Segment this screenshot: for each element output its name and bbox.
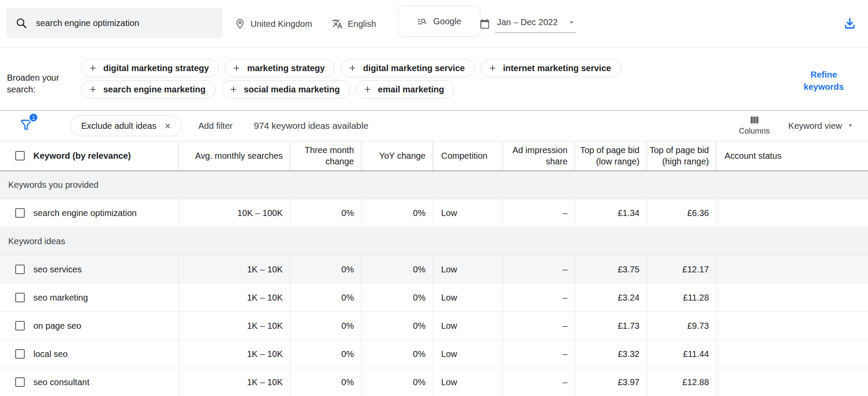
- table-section-row: Keywords you provided: [0, 171, 868, 199]
- columns-button[interactable]: Columns: [736, 114, 773, 136]
- header-keyword-label: Keyword (by relevance): [33, 150, 131, 161]
- yoy-change-cell: 0%: [361, 284, 433, 312]
- ad-impression-share-cell: –: [503, 255, 575, 284]
- language-label: English: [348, 19, 376, 29]
- top-bid-high-cell: £9.73: [647, 312, 716, 340]
- row-checkbox[interactable]: [15, 208, 25, 218]
- table-row: search engine optimization 10K – 100K 0%…: [0, 199, 868, 227]
- account-status-cell: [716, 312, 868, 340]
- exclude-adult-ideas-chip[interactable]: Exclude adult ideas: [70, 115, 182, 136]
- table-section-row: Keyword ideas: [0, 227, 868, 255]
- top-bid-high-cell: £11.28: [647, 284, 716, 312]
- keyword-cell: on page seo: [0, 312, 178, 340]
- filter-count-badge: 1: [29, 113, 38, 122]
- avg-monthly-searches-cell: 1K – 10K: [178, 368, 290, 396]
- top-bid-low-cell: £1.73: [575, 312, 647, 340]
- columns-icon: [749, 114, 760, 126]
- ad-impression-share-cell: –: [503, 284, 575, 312]
- keyword-text: seo marketing: [33, 293, 88, 303]
- keyword-cell: seo consultant: [0, 368, 178, 396]
- top-bid-high-cell: £12.17: [647, 255, 716, 284]
- table-row: on page seo 1K – 10K 0% 0% Low – £1.73 £…: [0, 312, 868, 340]
- yoy-change-cell: 0%: [361, 312, 433, 340]
- avg-monthly-searches-cell: 1K – 10K: [178, 255, 290, 284]
- download-icon: [843, 16, 857, 30]
- avg-monthly-searches-cell: 10K – 100K: [178, 199, 290, 227]
- three-month-change-cell: 0%: [290, 312, 361, 340]
- three-month-change-cell: 0%: [290, 199, 361, 227]
- top-bid-high-cell: £12.88: [647, 368, 716, 396]
- section-label: Keywords you provided: [8, 180, 99, 190]
- top-bid-low-cell: £3.24: [575, 284, 647, 312]
- header-avg-monthly-searches[interactable]: Avg. monthly searches: [178, 141, 290, 171]
- plus-icon: [348, 63, 357, 73]
- filter-button[interactable]: 1: [19, 118, 34, 135]
- header-yoy-change[interactable]: YoY change: [361, 141, 433, 171]
- suggestion-chip[interactable]: digital marketing service: [341, 59, 475, 77]
- table-row: seo services 1K – 10K 0% 0% Low – £3.75 …: [0, 255, 868, 284]
- header-three-month-change[interactable]: Three month change: [290, 141, 361, 171]
- select-all-checkbox[interactable]: [15, 151, 25, 160]
- location-selector[interactable]: United Kingdom: [234, 0, 312, 48]
- suggestion-chip-label: social media marketing: [244, 85, 340, 95]
- plus-icon: [488, 63, 497, 73]
- header-top-bid-high[interactable]: Top of page bid (high range): [647, 141, 716, 171]
- avg-monthly-searches-cell: 1K – 10K: [178, 284, 290, 312]
- row-checkbox[interactable]: [15, 377, 25, 387]
- columns-label: Columns: [739, 127, 769, 136]
- search-input[interactable]: [36, 18, 214, 28]
- keyword-text: seo consultant: [33, 377, 89, 387]
- row-checkbox[interactable]: [15, 321, 25, 331]
- network-selector[interactable]: Google: [398, 6, 480, 37]
- top-bid-low-cell: £1.34: [575, 199, 647, 227]
- account-status-cell: [716, 284, 868, 312]
- language-selector[interactable]: English: [332, 0, 376, 48]
- suggestion-chip[interactable]: email marketing: [356, 80, 454, 98]
- three-month-change-cell: 0%: [290, 255, 361, 284]
- filter-toolbar: 1 Exclude adult ideas Add filter 974 key…: [0, 111, 868, 141]
- exclude-chip-label: Exclude adult ideas: [81, 121, 156, 131]
- suggestion-chip-label: internet marketing service: [503, 63, 611, 73]
- row-checkbox[interactable]: [15, 265, 25, 274]
- download-button[interactable]: [843, 16, 857, 30]
- broaden-search-section: Broaden your search: digital marketing s…: [0, 48, 868, 111]
- suggestion-chip-label: search engine marketing: [103, 85, 206, 95]
- search-network-icon: [417, 16, 427, 26]
- keyword-text: on page seo: [33, 321, 81, 331]
- competition-cell: Low: [433, 199, 503, 227]
- keyword-table: Keyword (by relevance) Avg. monthly sear…: [0, 141, 868, 396]
- date-range-selector[interactable]: Jan – Dec 2022: [480, 0, 576, 48]
- date-range-field[interactable]: Jan – Dec 2022: [495, 15, 576, 33]
- plus-icon: [88, 63, 98, 73]
- header-ad-impression-share[interactable]: Ad impression share: [503, 141, 575, 171]
- view-selector[interactable]: Keyword view: [789, 111, 853, 141]
- suggestion-chip-label: digital marketing service: [363, 63, 465, 73]
- refine-keywords-link[interactable]: Refine keywords: [798, 69, 850, 93]
- close-icon[interactable]: [164, 122, 172, 130]
- header-account-status[interactable]: Account status: [716, 141, 868, 171]
- header-top-bid-low[interactable]: Top of page bid (low range): [575, 141, 647, 171]
- keyword-search-box[interactable]: [7, 8, 223, 38]
- three-month-change-cell: 0%: [290, 368, 361, 396]
- table-header-row: Keyword (by relevance) Avg. monthly sear…: [0, 141, 868, 171]
- plus-icon: [229, 85, 238, 94]
- suggestion-chip[interactable]: internet marketing service: [481, 59, 621, 77]
- keyword-text: seo services: [33, 265, 82, 275]
- header-competition[interactable]: Competition: [433, 141, 503, 171]
- yoy-change-cell: 0%: [361, 255, 433, 284]
- add-filter-button[interactable]: Add filter: [198, 111, 233, 141]
- row-checkbox[interactable]: [15, 293, 25, 302]
- account-status-cell: [716, 255, 868, 284]
- chevron-down-icon: [569, 20, 574, 25]
- suggestion-chip[interactable]: social media marketing: [222, 80, 350, 98]
- header-keyword: Keyword (by relevance): [0, 141, 178, 171]
- avg-monthly-searches-cell: 1K – 10K: [178, 340, 290, 368]
- section-label: Keyword ideas: [8, 236, 65, 246]
- row-checkbox[interactable]: [15, 349, 25, 359]
- suggestion-chip[interactable]: marketing strategy: [225, 59, 335, 77]
- translate-icon: [332, 18, 343, 29]
- top-bid-high-cell: £11.44: [647, 340, 716, 368]
- yoy-change-cell: 0%: [361, 199, 433, 227]
- suggestion-chip[interactable]: search engine marketing: [81, 80, 216, 98]
- suggestion-chip[interactable]: digital marketing strategy: [81, 59, 219, 77]
